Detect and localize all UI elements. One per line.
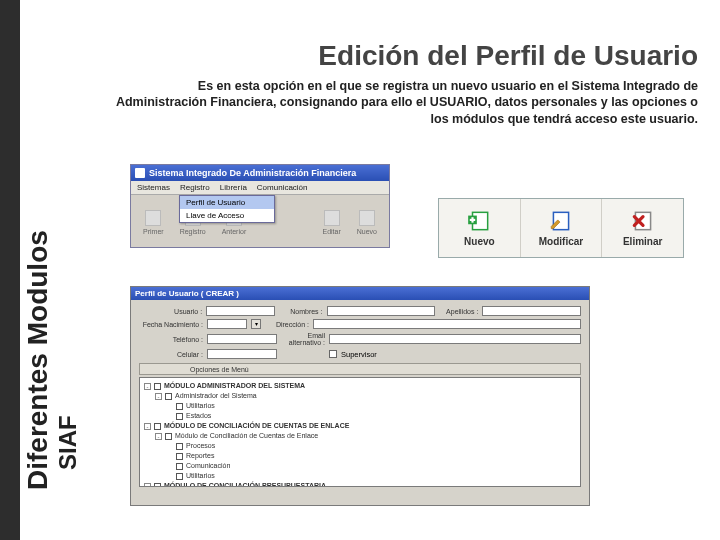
- tree-label: Comunicación: [186, 461, 230, 471]
- tree-checkbox[interactable]: [176, 443, 183, 450]
- menu-libreria[interactable]: Librería: [220, 183, 247, 192]
- perfil-titlebar: Perfil de Usuario ( CREAR ): [131, 287, 589, 300]
- expand-icon[interactable]: -: [155, 433, 162, 440]
- tree-checkbox[interactable]: [154, 423, 161, 430]
- modificar-label: Modificar: [539, 236, 583, 247]
- nuevo-label: Nuevo: [464, 236, 495, 247]
- label-telefono: Teléfono :: [139, 336, 203, 343]
- module-tree[interactable]: -MÓDULO ADMINISTRADOR DEL SISTEMA-Admini…: [139, 377, 581, 487]
- submenu-llave-acceso[interactable]: Llave de Acceso: [180, 209, 274, 222]
- checkbox-supervisor[interactable]: [329, 350, 337, 358]
- tree-node[interactable]: -Administrador del Sistema: [144, 391, 576, 401]
- label-fecha-nac: Fecha Nacimiento :: [139, 321, 203, 328]
- tree-node[interactable]: -MÓDULO DE CONCILIACIÓN PRESUPUESTARIA: [144, 481, 576, 487]
- eliminar-button[interactable]: Eliminar: [602, 199, 683, 257]
- app-title-text: Sistema Integrado De Administración Fina…: [149, 168, 356, 178]
- label-usuario: Usuario :: [139, 308, 202, 315]
- modificar-button[interactable]: Modificar: [521, 199, 603, 257]
- tool-editar[interactable]: Editar: [322, 210, 340, 235]
- label-nombres: Nombres :: [279, 308, 322, 315]
- app-menubar[interactable]: Sistemas Registro Librería Comunicación: [131, 181, 389, 195]
- app-titlebar: Sistema Integrado De Administración Fina…: [131, 165, 389, 181]
- expand-icon[interactable]: -: [144, 383, 151, 390]
- label-email: Email alternativo :: [281, 332, 325, 346]
- plus-document-icon: [466, 210, 492, 232]
- tree-node[interactable]: -Módulo de Conciliación de Cuentas de En…: [144, 431, 576, 441]
- edit-document-icon: [548, 210, 574, 232]
- tree-label: Reportes: [186, 451, 214, 461]
- page-description: Es en esta opción en el que se registra …: [110, 78, 698, 127]
- opciones-menu-header: Opciones de Menú: [139, 363, 581, 375]
- tree-checkbox[interactable]: [176, 473, 183, 480]
- tree-checkbox[interactable]: [176, 463, 183, 470]
- tree-label: Procesos: [186, 441, 215, 451]
- tree-checkbox[interactable]: [154, 483, 161, 488]
- tree-checkbox[interactable]: [176, 403, 183, 410]
- tree-node[interactable]: Estados: [144, 411, 576, 421]
- tree-label: MÓDULO ADMINISTRADOR DEL SISTEMA: [164, 381, 305, 391]
- expand-icon[interactable]: -: [144, 423, 151, 430]
- input-telefono[interactable]: [207, 334, 277, 344]
- tree-node[interactable]: Utilitarios: [144, 471, 576, 481]
- tree-checkbox[interactable]: [176, 413, 183, 420]
- label-apellidos: Apellidos :: [439, 308, 478, 315]
- label-direccion: Dirección :: [265, 321, 309, 328]
- input-apellidos[interactable]: [482, 306, 581, 316]
- input-usuario[interactable]: [206, 306, 275, 316]
- tree-node[interactable]: Comunicación: [144, 461, 576, 471]
- input-direccion[interactable]: [313, 319, 581, 329]
- app-window: Sistema Integrado De Administración Fina…: [130, 164, 390, 248]
- tree-label: Estados: [186, 411, 211, 421]
- page-title: Edición del Perfil de Usuario: [318, 40, 698, 72]
- menu-sistemas[interactable]: Sistemas: [137, 183, 170, 192]
- tree-checkbox[interactable]: [154, 383, 161, 390]
- svg-rect-4: [553, 212, 568, 229]
- input-celular[interactable]: [207, 349, 277, 359]
- nuevo-button[interactable]: Nuevo: [439, 199, 521, 257]
- tree-label: MÓDULO DE CONCILIACIÓN PRESUPUESTARIA: [164, 481, 326, 487]
- tree-label: Utilitarios: [186, 471, 215, 481]
- tree-label: Utilitarios: [186, 401, 215, 411]
- input-email[interactable]: [329, 334, 581, 344]
- perfil-usuario-window: Perfil de Usuario ( CREAR ) Usuario : No…: [130, 286, 590, 506]
- tree-label: MÓDULO DE CONCILIACIÓN DE CUENTAS DE ENL…: [164, 421, 349, 431]
- tool-primer[interactable]: Primer: [143, 210, 164, 235]
- label-celular: Celular :: [139, 351, 203, 358]
- eliminar-label: Eliminar: [623, 236, 662, 247]
- tree-label: Administrador del Sistema: [175, 391, 257, 401]
- tree-node[interactable]: -MÓDULO ADMINISTRADOR DEL SISTEMA: [144, 381, 576, 391]
- date-picker-icon[interactable]: ▾: [251, 319, 261, 329]
- menu-comunicacion[interactable]: Comunicación: [257, 183, 308, 192]
- input-nombres[interactable]: [327, 306, 435, 316]
- delete-document-icon: [630, 210, 656, 232]
- tool-nuevo[interactable]: Nuevo: [357, 210, 377, 235]
- tree-checkbox[interactable]: [176, 453, 183, 460]
- submenu-registro: Perfil de Usuario Llave de Acceso: [179, 195, 275, 223]
- label-supervisor: Supervisor: [341, 350, 377, 359]
- side-title: Diferentes Modulos: [22, 230, 54, 490]
- expand-icon[interactable]: -: [144, 483, 151, 488]
- side-stripe: [0, 0, 20, 540]
- tree-node[interactable]: Utilitarios: [144, 401, 576, 411]
- tree-label: Módulo de Conciliación de Cuentas de Enl…: [175, 431, 318, 441]
- app-icon: [135, 168, 145, 178]
- submenu-perfil-usuario[interactable]: Perfil de Usuario: [180, 196, 274, 209]
- tree-node[interactable]: -MÓDULO DE CONCILIACIÓN DE CUENTAS DE EN…: [144, 421, 576, 431]
- tree-node[interactable]: Reportes: [144, 451, 576, 461]
- side-subtitle: SIAF: [54, 415, 82, 470]
- expand-icon[interactable]: -: [155, 393, 162, 400]
- tree-checkbox[interactable]: [165, 393, 172, 400]
- menu-registro[interactable]: Registro: [180, 183, 210, 192]
- input-fecha-nac[interactable]: [207, 319, 247, 329]
- tree-node[interactable]: Procesos: [144, 441, 576, 451]
- svg-rect-3: [470, 218, 475, 220]
- action-bar: Nuevo Modificar Eliminar: [438, 198, 684, 258]
- tree-checkbox[interactable]: [165, 433, 172, 440]
